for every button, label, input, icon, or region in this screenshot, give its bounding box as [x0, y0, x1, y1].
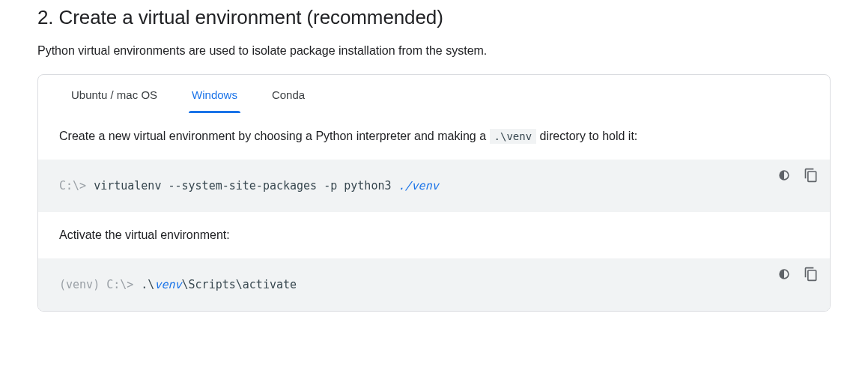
tab-row: Ubuntu / mac OS Windows Conda: [38, 75, 830, 113]
shell-prompt: C:\>: [59, 179, 86, 192]
shell-prompt: (venv) C:\>: [59, 278, 133, 291]
code-block-activate-venv: (venv) C:\>.\venv\Scripts\activate: [38, 258, 830, 311]
theme-toggle-icon[interactable]: [776, 167, 792, 184]
para1-prefix: Create a new virtual environment by choo…: [59, 130, 490, 142]
copy-icon[interactable]: [803, 167, 819, 184]
para1-suffix: directory to hold it:: [536, 130, 637, 142]
intro-paragraph: Python virtual environments are used to …: [37, 44, 831, 58]
tab-conda[interactable]: Conda: [260, 75, 317, 113]
shell-arg: venv: [154, 278, 181, 291]
shell-arg: ./venv: [398, 179, 439, 192]
code-actions: [776, 266, 819, 282]
instructions-card: Ubuntu / mac OS Windows Conda Create a n…: [37, 74, 831, 312]
section-heading: 2. Create a virtual environment (recomme…: [37, 6, 831, 29]
theme-toggle-icon[interactable]: [776, 266, 792, 282]
tab-ubuntu-mac[interactable]: Ubuntu / mac OS: [59, 75, 169, 113]
instruction-paragraph-1: Create a new virtual environment by choo…: [38, 113, 830, 160]
shell-command-prefix: .\: [141, 278, 154, 291]
code-block-create-venv: C:\>virtualenv --system-site-packages -p…: [38, 160, 830, 212]
tab-windows[interactable]: Windows: [180, 75, 249, 113]
tab-content-windows: Create a new virtual environment by choo…: [38, 113, 830, 311]
code-actions: [776, 167, 819, 184]
copy-icon[interactable]: [803, 266, 819, 282]
inline-code-venv-dir: .\venv: [490, 129, 537, 144]
shell-command-suffix: \Scripts\activate: [182, 278, 297, 291]
shell-command: virtualenv --system-site-packages -p pyt…: [94, 179, 398, 192]
instruction-paragraph-2: Activate the virtual environment:: [38, 212, 830, 258]
